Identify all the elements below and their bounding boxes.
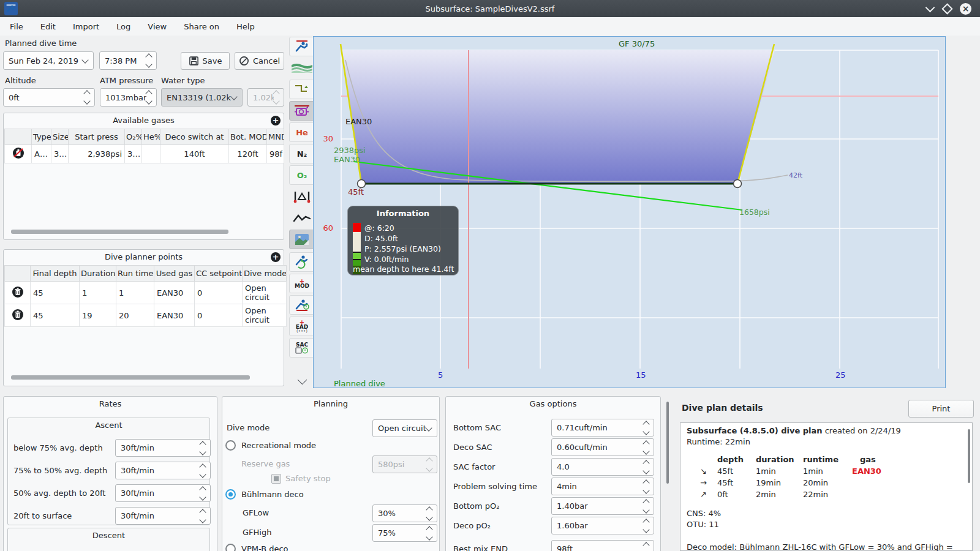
gases-hscrollbar[interactable]	[11, 230, 228, 234]
heartrate-button[interactable]	[289, 208, 315, 228]
points-col-gas[interactable]: Used gas	[154, 266, 195, 282]
maximize-button[interactable]	[941, 3, 953, 15]
atm-pressure-stepper[interactable]	[146, 90, 156, 105]
dive-plan-vscrollbar[interactable]	[968, 429, 970, 483]
rate-20tosurface-field[interactable]: 30ft/min	[115, 507, 211, 525]
gas-bot-mod[interactable]: 120ft	[229, 145, 267, 163]
minimize-button[interactable]	[924, 3, 936, 15]
add-point-button[interactable]: +	[271, 252, 281, 262]
stepper[interactable]	[644, 440, 654, 455]
gases-col-startpress[interactable]: Start press	[69, 129, 125, 145]
point-setpoint[interactable]: 0	[195, 282, 243, 304]
best-mix-end-field[interactable]: 98ft	[551, 540, 654, 551]
toggle-n2-button[interactable]: N₂	[289, 144, 315, 163]
dive-profile-chart[interactable]: GF 30/75 30 60 EAN30 2938psi EAN30 45ft …	[313, 36, 946, 388]
diver-time-button[interactable]	[289, 295, 315, 315]
point-depth[interactable]: 45	[31, 304, 80, 327]
menu-file[interactable]: File	[6, 21, 27, 32]
stepper[interactable]	[644, 519, 654, 533]
altitude-field[interactable]: 0ft	[3, 88, 95, 107]
photo-button[interactable]	[289, 230, 315, 249]
point-runtime[interactable]: 1	[116, 282, 154, 304]
point-setpoint[interactable]: 0	[195, 304, 243, 327]
gas-deco-switch[interactable]: 140ft	[160, 145, 229, 163]
recreational-mode-radio[interactable]	[225, 440, 236, 451]
rate-50to20-field[interactable]: 30ft/min	[115, 484, 211, 502]
print-button[interactable]: Print	[908, 400, 974, 418]
profile-waves-button[interactable]	[289, 58, 315, 78]
point-mode[interactable]: Open circuit	[243, 282, 287, 304]
remove-gas-icon[interactable]	[12, 147, 24, 159]
stepper[interactable]	[644, 460, 654, 474]
sac-factor-field[interactable]: 4.0	[551, 458, 654, 476]
gases-col-type[interactable]: Type	[32, 129, 51, 145]
ruler-button[interactable]	[289, 187, 315, 206]
gas-type[interactable]: A…	[32, 145, 51, 163]
gas-he[interactable]	[142, 145, 160, 163]
points-col-mode[interactable]: Dive mode	[243, 266, 287, 282]
rate-stepper[interactable]	[200, 463, 210, 478]
toggle-he-button[interactable]: He	[289, 122, 315, 142]
menu-help[interactable]: Help	[233, 21, 258, 32]
setpoint-button[interactable]	[289, 101, 315, 121]
gas-o2[interactable]: 3…	[125, 145, 142, 163]
atm-pressure-field[interactable]: 1013mbar	[100, 88, 157, 107]
buhlmann-deco-radio[interactable]	[225, 489, 236, 500]
points-hscrollbar[interactable]	[11, 375, 250, 380]
menu-share-on[interactable]: Share on	[180, 21, 223, 32]
mod-button[interactable]: + MOD	[289, 274, 315, 293]
rate-stepper[interactable]	[200, 486, 210, 501]
dive-date-select[interactable]: Sun Feb 24, 2019	[3, 51, 94, 70]
bottom-po2-field[interactable]: 1.40bar	[551, 497, 654, 515]
gases-col-decoswitch[interactable]: Deco switch at	[160, 129, 229, 145]
point-gas[interactable]: EAN30	[154, 304, 195, 327]
gas-size[interactable]: 3…	[51, 145, 69, 163]
problem-time-field[interactable]: 4min	[551, 478, 654, 495]
deco-sac-field[interactable]: 0.60cuft/min	[551, 438, 654, 456]
points-col-depth[interactable]: Final depth	[31, 266, 80, 282]
dive-time-stepper[interactable]	[146, 53, 156, 68]
gfhigh-field[interactable]: 75%	[372, 524, 437, 542]
dive-plan-content[interactable]: Subsurface (4.8.5.0) dive plan created o…	[680, 422, 973, 551]
water-type-select[interactable]: EN13319 (1.02k	[161, 88, 243, 107]
plan-dive-button[interactable]	[289, 37, 315, 56]
rate-stepper[interactable]	[200, 509, 210, 523]
waypoint-handle[interactable]	[358, 180, 366, 188]
menu-view[interactable]: View	[144, 21, 170, 32]
toolbar-scroll-down-button[interactable]	[289, 370, 315, 390]
point-row[interactable]: 45 19 20 EAN30 0 Open circuit	[5, 304, 287, 327]
dive-time-field[interactable]: 7:38 PM	[99, 51, 157, 70]
gas-start-press[interactable]: 2,938psi	[69, 145, 125, 163]
menu-log[interactable]: Log	[113, 21, 134, 32]
diver-rotate-button[interactable]	[289, 252, 315, 272]
add-gas-button[interactable]: +	[271, 116, 281, 126]
vpmb-deco-radio[interactable]	[225, 544, 236, 551]
dive-mode-select[interactable]: Open circuit	[372, 419, 437, 437]
stepper[interactable]	[644, 542, 654, 551]
point-runtime[interactable]: 20	[116, 304, 154, 327]
waypoint-handle[interactable]	[734, 180, 742, 188]
ceiling-button[interactable]	[289, 80, 315, 99]
deco-po2-field[interactable]: 1.60bar	[551, 517, 654, 534]
toggle-o2-button[interactable]: O₂	[289, 165, 315, 185]
altitude-stepper[interactable]	[85, 90, 94, 105]
point-duration[interactable]: 19	[80, 304, 116, 327]
gases-col-o2[interactable]: O₂%	[125, 129, 142, 145]
bottom-vscrollbar[interactable]	[666, 402, 669, 484]
gfhigh-stepper[interactable]	[427, 526, 437, 541]
close-button[interactable]: ×	[960, 3, 971, 15]
cancel-button[interactable]: Cancel	[235, 52, 284, 70]
gases-col-he[interactable]: He%	[142, 129, 160, 145]
points-col-runtime[interactable]: Run time	[116, 266, 154, 282]
point-depth[interactable]: 45	[31, 282, 80, 304]
point-row[interactable]: 45 1 1 EAN30 0 Open circuit	[5, 282, 287, 304]
gases-col-botmod[interactable]: Bot. MOD	[229, 129, 267, 145]
delete-point-icon[interactable]	[12, 309, 24, 321]
rate-stepper[interactable]	[200, 441, 210, 455]
point-duration[interactable]: 1	[80, 282, 116, 304]
gflow-stepper[interactable]	[427, 506, 437, 521]
save-button[interactable]: Save	[181, 52, 230, 70]
menu-import[interactable]: Import	[69, 21, 103, 32]
stepper[interactable]	[644, 421, 654, 435]
stepper[interactable]	[644, 499, 654, 514]
